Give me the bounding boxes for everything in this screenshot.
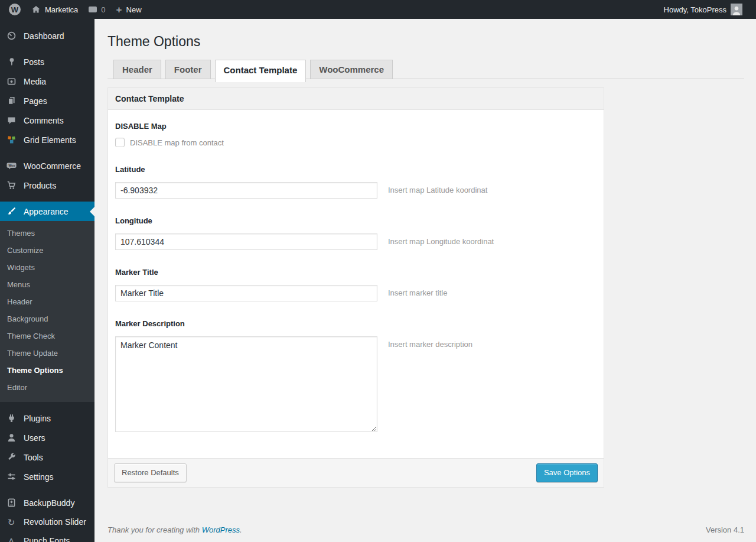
submenu-item-widgets[interactable]: Widgets xyxy=(0,259,94,276)
marker-title-field: Marker Title Insert marker title xyxy=(115,268,597,301)
sidebar-item-label: Grid Elements xyxy=(24,135,76,145)
sidebar-item-woocommerce[interactable]: Woo WooCommerce xyxy=(0,156,94,176)
sidebar-item-label: Users xyxy=(24,433,45,443)
my-account-menu[interactable]: Howdy, TokoPress xyxy=(659,0,748,19)
submenu-item-background[interactable]: Background xyxy=(0,310,94,327)
sidebar-item-media[interactable]: Media xyxy=(0,72,94,91)
submenu-item-menus[interactable]: Menus xyxy=(0,276,94,293)
tab-header[interactable]: Header xyxy=(113,60,161,79)
sidebar-item-appearance[interactable]: Appearance xyxy=(0,202,94,221)
sidebar-item-label: Media xyxy=(24,77,46,86)
dashboard-icon xyxy=(5,31,18,41)
disable-map-label: DISABLE Map xyxy=(115,122,597,131)
submenu-item-header[interactable]: Header xyxy=(0,293,94,310)
wordpress-logo-icon: W xyxy=(9,4,21,15)
sidebar-item-posts[interactable]: Posts xyxy=(0,52,94,72)
pages-icon xyxy=(5,96,18,106)
sidebar-item-label: Appearance xyxy=(24,207,69,216)
comments-indicator[interactable]: 0 xyxy=(83,0,110,19)
wordpress-logo-menu[interactable]: W xyxy=(4,0,26,19)
comments-count: 0 xyxy=(101,5,105,14)
contact-template-panel: Contact Template DISABLE Map DISABLE map… xyxy=(107,87,604,488)
user-icon xyxy=(5,433,18,443)
panel-body: DISABLE Map DISABLE map from contact Lat… xyxy=(108,110,604,458)
letter-a-icon: A xyxy=(5,537,18,542)
tab-footer[interactable]: Footer xyxy=(165,60,211,79)
sidebar-item-settings[interactable]: Settings xyxy=(0,467,94,486)
marker-description-textarea[interactable]: Marker Content xyxy=(115,336,377,432)
sidebar-item-label: Comments xyxy=(24,116,64,125)
disable-map-field: DISABLE Map DISABLE map from contact xyxy=(115,122,597,147)
marker-title-note: Insert marker title xyxy=(388,285,447,297)
cart-icon xyxy=(5,180,18,190)
sidebar-item-products[interactable]: Products xyxy=(0,176,94,195)
sidebar-item-tools[interactable]: Tools xyxy=(0,447,94,467)
latitude-input[interactable] xyxy=(115,182,377,199)
howdy-label: Howdy, TokoPress xyxy=(664,5,726,14)
submenu-item-editor[interactable]: Editor xyxy=(0,379,94,396)
sidebar-item-revolution-slider[interactable]: ↻ Revolution Slider xyxy=(0,512,94,531)
sidebar-item-backupbuddy[interactable]: BackupBuddy xyxy=(0,493,94,512)
submenu-item-theme-update[interactable]: Theme Update xyxy=(0,345,94,362)
longitude-label: Longitude xyxy=(115,216,597,225)
avatar xyxy=(731,4,742,15)
submenu-item-customize[interactable]: Customize xyxy=(0,242,94,259)
submenu-item-themes[interactable]: Themes xyxy=(0,225,94,242)
disable-map-checkbox[interactable] xyxy=(115,138,125,147)
sidebar-item-label: Products xyxy=(24,181,56,190)
sidebar-item-pages[interactable]: Pages xyxy=(0,91,94,111)
sidebar-item-punch-fonts[interactable]: A Punch Fonts xyxy=(0,531,94,542)
admin-sidebar: Dashboard Posts Media Pages Commen xyxy=(0,19,94,542)
grid-elements-icon xyxy=(5,135,18,145)
sidebar-item-label: Dashboard xyxy=(24,31,64,41)
marker-description-field: Marker Description Marker Content Insert… xyxy=(115,319,597,432)
camera-icon xyxy=(5,76,18,86)
submenu-item-theme-check[interactable]: Theme Check xyxy=(0,327,94,345)
footer-thankyou-suffix: . xyxy=(240,525,242,534)
submenu-item-theme-options[interactable]: Theme Options xyxy=(0,362,94,379)
menu-separator xyxy=(0,150,94,156)
menu-separator xyxy=(0,46,94,52)
longitude-field: Longitude Insert map Longitude koordinat xyxy=(115,216,597,250)
marker-description-note: Insert marker description xyxy=(388,336,472,349)
latitude-field: Latitude Insert map Latitude koordinat xyxy=(115,165,597,199)
restore-defaults-button[interactable]: Restore Defaults xyxy=(114,463,187,482)
refresh-icon: ↻ xyxy=(5,518,18,527)
sidebar-item-label: Pages xyxy=(24,96,47,106)
plus-icon: + xyxy=(116,5,122,15)
wrench-icon xyxy=(5,452,18,462)
sidebar-item-grid-elements[interactable]: Grid Elements xyxy=(0,130,94,150)
sidebar-item-label: Posts xyxy=(24,57,44,67)
sidebar-item-plugins[interactable]: Plugins xyxy=(0,408,94,428)
menu-separator xyxy=(0,486,94,493)
pushpin-icon xyxy=(5,57,18,67)
sidebar-item-label: BackupBuddy xyxy=(24,498,74,508)
sidebar-item-comments[interactable]: Comments xyxy=(0,111,94,130)
site-name-menu[interactable]: Marketica xyxy=(26,0,83,19)
sidebar-item-label: Settings xyxy=(24,472,54,482)
sidebar-item-label: Tools xyxy=(24,453,43,462)
marker-description-label: Marker Description xyxy=(115,319,597,328)
save-options-button[interactable]: Save Options xyxy=(536,463,598,482)
longitude-input[interactable] xyxy=(115,233,377,250)
sidebar-item-dashboard[interactable]: Dashboard xyxy=(0,26,94,46)
sliders-icon xyxy=(5,472,18,482)
backup-drive-icon xyxy=(5,498,18,508)
footer-thankyou: Thank you for creating with WordPress. xyxy=(107,525,242,534)
footer-thankyou-prefix: Thank you for creating with xyxy=(107,525,202,534)
tab-woocommerce[interactable]: WooCommerce xyxy=(310,60,393,79)
home-icon xyxy=(31,5,41,14)
site-name-label: Marketica xyxy=(45,5,78,14)
tab-contact-template[interactable]: Contact Template xyxy=(215,60,307,82)
new-content-menu[interactable]: + New xyxy=(111,0,147,19)
disable-map-checkbox-label[interactable]: DISABLE map from contact xyxy=(130,138,224,147)
menu-separator xyxy=(0,195,94,202)
marker-title-input[interactable] xyxy=(115,285,377,301)
menu-separator xyxy=(0,402,94,408)
wordpress-link[interactable]: WordPress xyxy=(202,525,240,534)
svg-text:Woo: Woo xyxy=(8,164,15,167)
page-title: Theme Options xyxy=(107,33,744,50)
woocommerce-badge-icon: Woo xyxy=(5,161,18,171)
sidebar-item-users[interactable]: Users xyxy=(0,428,94,447)
tab-bar: Header Footer Contact Template WooCommer… xyxy=(107,60,744,79)
